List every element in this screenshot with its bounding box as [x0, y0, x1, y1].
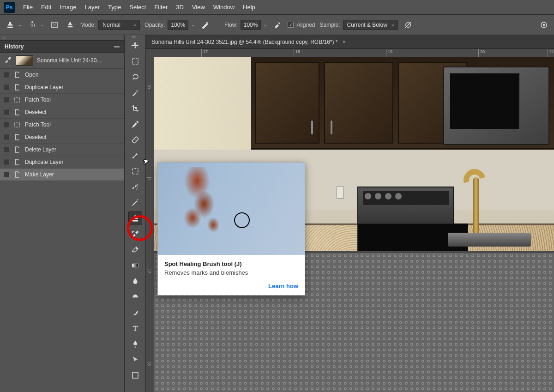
dodge-tool-icon[interactable] — [128, 290, 142, 304]
history-row-label: Make Layer — [25, 171, 54, 178]
options-bar: ⌄ 10 ⌄ Mode: Normal Opacity: 100% ⌄ Flow… — [0, 15, 554, 35]
history-row-marker[interactable] — [4, 159, 9, 165]
lasso-tool-icon[interactable] — [128, 70, 142, 84]
history-row-marker[interactable] — [4, 84, 9, 90]
eyedropper-tool-icon[interactable] — [128, 117, 142, 131]
document-tab-title[interactable]: Sonoma Hills Unit 24-302 3521.jpg @ 54.4… — [151, 39, 338, 45]
flow-label: Flow: — [224, 22, 238, 28]
history-brush-icon[interactable] — [128, 227, 142, 241]
document-icon — [13, 133, 21, 141]
ruler-tick: 20 — [478, 49, 485, 57]
brush-panel-icon[interactable] — [49, 19, 60, 30]
document-icon — [13, 170, 21, 179]
eraser-tool-icon[interactable] — [128, 243, 142, 257]
svg-rect-13 — [132, 373, 138, 378]
history-tab[interactable]: History — [0, 41, 124, 53]
shuffle-icon[interactable] — [128, 180, 142, 194]
menu-edit[interactable]: Edit — [41, 4, 51, 11]
history-row-marker[interactable] — [4, 172, 9, 177]
spot-heal-tool-icon[interactable] — [128, 133, 142, 147]
menu-type[interactable]: Type — [108, 4, 121, 11]
pressure-size-icon[interactable] — [538, 19, 549, 30]
opacity-caret[interactable]: ⌄ — [191, 23, 195, 27]
ruler-tick: 17 — [201, 49, 208, 57]
tool-tooltip: Spot Healing Brush tool (J) Removes mark… — [157, 162, 305, 296]
menu-layer[interactable]: Layer — [85, 4, 100, 11]
shape-tool-icon[interactable] — [128, 368, 142, 382]
type-tool-icon[interactable] — [128, 321, 142, 335]
history-row-marker[interactable] — [4, 109, 9, 115]
menu-3d[interactable]: 3D — [176, 4, 184, 11]
history-row[interactable]: Delete Layer — [0, 144, 124, 156]
tool-preset-caret[interactable]: ⌄ — [18, 23, 22, 27]
history-snapshot[interactable]: Sonoma Hills Unit 24-30... — [0, 53, 124, 69]
ruler-vertical[interactable]: 0 1 2 3 — [146, 57, 154, 392]
menu-help[interactable]: Help — [243, 4, 255, 11]
pen-tool-icon[interactable] — [128, 337, 142, 351]
marquee-tool-icon[interactable] — [128, 54, 142, 68]
opacity-value[interactable]: 100% — [168, 20, 188, 30]
clone-panel-icon[interactable] — [65, 19, 76, 30]
history-panel: ‹‹ History Sonoma Hills Unit 24-30... Op… — [0, 35, 125, 392]
history-row-marker[interactable] — [4, 134, 9, 140]
frame-tool-icon[interactable] — [128, 164, 142, 178]
panel-menu-icon[interactable] — [114, 45, 120, 48]
tab-close-icon[interactable]: × — [343, 38, 346, 45]
flow-caret[interactable]: ⌄ — [264, 23, 267, 27]
svg-rect-12 — [132, 264, 138, 267]
history-row-marker[interactable] — [4, 97, 9, 103]
blur-tool-icon[interactable] — [128, 274, 142, 288]
wand-tool-icon[interactable] — [128, 86, 142, 100]
history-row[interactable]: Open — [0, 69, 124, 81]
svg-point-10 — [135, 139, 136, 140]
sample-dropdown[interactable]: Current & Below — [343, 20, 398, 30]
sample-label: Sample: — [319, 22, 340, 28]
flow-value[interactable]: 100% — [241, 20, 261, 30]
menu-view[interactable]: View — [192, 4, 205, 11]
history-row[interactable]: Patch Tool — [0, 94, 124, 106]
document-icon — [13, 71, 21, 79]
menu-select[interactable]: Select — [129, 4, 146, 11]
history-row[interactable]: Deselect — [0, 131, 124, 144]
history-row-label: Patch Tool — [25, 121, 51, 128]
gradient-tool-icon[interactable] — [128, 259, 142, 272]
panel-collapse-arrows[interactable]: ‹‹ — [0, 35, 124, 41]
document-icon — [13, 108, 21, 116]
history-row-marker[interactable] — [4, 147, 9, 152]
airbrush-icon[interactable] — [272, 19, 283, 30]
ruler-horizontal[interactable]: 17 18 19 20 21 — [146, 49, 554, 57]
tooltip-title: Spot Healing Brush tool (J) — [164, 260, 298, 267]
app-logo: Ps — [4, 2, 15, 13]
ruler-tick: 0 — [147, 85, 151, 89]
clone-stamp-tool-icon[interactable] — [128, 211, 142, 225]
pencil-icon[interactable] — [128, 196, 142, 210]
move-tool-icon[interactable] — [128, 39, 142, 53]
history-row[interactable]: Patch Tool — [0, 119, 124, 131]
smudge-tool-icon[interactable] — [128, 306, 142, 320]
history-row[interactable]: Deselect — [0, 106, 124, 119]
history-row-marker[interactable] — [4, 122, 9, 127]
history-tab-label: History — [5, 43, 24, 50]
brush-caret[interactable]: ⌄ — [41, 23, 44, 27]
brush-tool-icon[interactable] — [128, 149, 142, 163]
history-row[interactable]: Make Layer — [0, 169, 124, 181]
menu-window[interactable]: Window — [213, 4, 235, 11]
mode-dropdown[interactable]: Normal — [98, 20, 140, 30]
menu-image[interactable]: Image — [60, 4, 76, 11]
history-row-marker[interactable] — [4, 72, 9, 78]
document-icon — [13, 83, 21, 91]
history-row[interactable]: Duplicate Layer — [0, 81, 124, 94]
history-brush-icon — [4, 56, 12, 66]
ignore-adjust-icon[interactable] — [403, 19, 414, 30]
menu-file[interactable]: File — [23, 4, 33, 11]
menu-filter[interactable]: Filter — [154, 4, 168, 11]
history-row-label: Duplicate Layer — [25, 84, 63, 90]
tooltip-learn-link[interactable]: Learn how — [268, 283, 298, 289]
crop-tool-icon[interactable] — [128, 102, 142, 115]
brush-preview[interactable]: 10 — [27, 19, 38, 30]
path-select-tool-icon[interactable] — [128, 353, 142, 367]
pressure-opacity-icon[interactable] — [199, 19, 211, 30]
history-row[interactable]: Duplicate Layer — [0, 156, 124, 169]
aligned-checkbox[interactable]: ✓ — [288, 22, 294, 28]
document-icon — [13, 145, 21, 154]
